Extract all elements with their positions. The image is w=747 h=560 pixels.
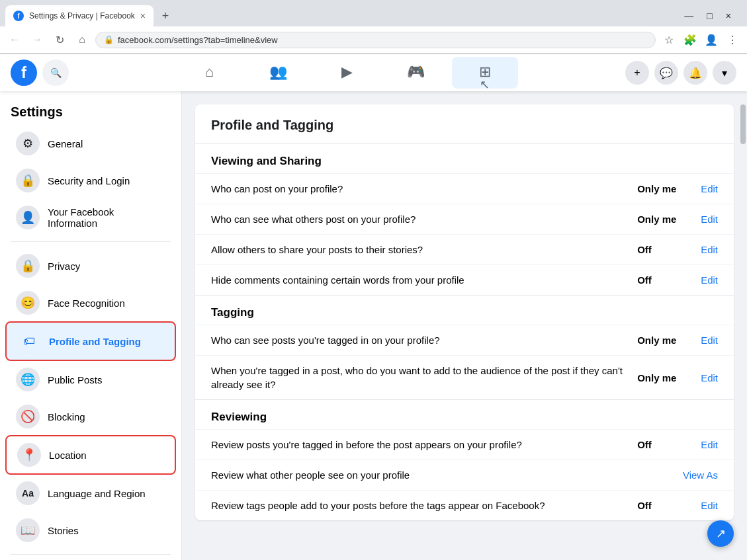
sidebar-item-privacy[interactable]: 🔒 Privacy <box>5 247 176 284</box>
fab-icon: ↗ <box>716 526 726 541</box>
section-header-reviewing: Reviewing <box>195 400 734 429</box>
row-value-hide-comments: Off <box>637 274 690 286</box>
edit-review-tags[interactable]: Edit <box>701 500 718 511</box>
facebook-nav: f 🔍 ⌂ 👥 ▶ 🎮 ⊞ ↖ + 💬 🔔 ▾ <box>0 54 747 91</box>
sidebar-label-fb-info: Your Facebook Information <box>48 206 165 229</box>
view-as-button[interactable]: View As <box>683 469 718 481</box>
row-value-review-tagged: Off <box>637 439 690 450</box>
tab-title: Settings & Privacy | Facebook <box>29 11 135 20</box>
browser-tabs: f Settings & Privacy | Facebook × + — □ … <box>0 0 747 26</box>
tab-favicon: f <box>13 11 24 21</box>
edit-who-can-see-others[interactable]: Edit <box>701 214 718 225</box>
edit-allow-share[interactable]: Edit <box>701 244 718 255</box>
create-button[interactable]: + <box>625 61 649 85</box>
browser-chrome: f Settings & Privacy | Facebook × + — □ … <box>0 0 747 54</box>
row-view-as: Review what other people see on your pro… <box>195 460 734 490</box>
sidebar-item-fb-info[interactable]: 👤 Your Facebook Information <box>5 199 176 236</box>
row-label-who-can-see-others: Who can see what others post on your pro… <box>211 212 637 226</box>
bookmark-button[interactable]: ☆ <box>660 30 678 49</box>
scrollbar-track <box>740 104 746 560</box>
menu-button[interactable]: ⋮ <box>723 30 742 49</box>
browser-actions: ☆ 🧩 👤 ⋮ <box>660 30 742 49</box>
minimize-button[interactable]: — <box>679 8 699 24</box>
stories-icon: 📖 <box>16 518 40 542</box>
sidebar-item-location[interactable]: 📍 Location <box>5 435 176 475</box>
fb-nav-actions: + 💬 🔔 ▾ <box>625 61 736 85</box>
row-review-tagged-posts: Review posts you're tagged in before the… <box>195 429 734 460</box>
close-button[interactable]: × <box>721 8 736 24</box>
section-header-viewing: Viewing and Sharing <box>195 144 734 173</box>
edit-hide-comments[interactable]: Edit <box>701 274 718 286</box>
sidebar-label-stories: Stories <box>48 525 79 536</box>
row-who-can-post: Who can post on your profile? Only me Ed… <box>195 173 734 204</box>
nav-friends[interactable]: 👥 <box>245 57 312 89</box>
row-value-who-can-post: Only me <box>637 183 690 194</box>
blocking-icon: 🚫 <box>16 405 40 428</box>
sidebar-label-blocking: Blocking <box>48 411 85 422</box>
edit-review-tagged[interactable]: Edit <box>701 439 718 450</box>
extensions-button[interactable]: 🧩 <box>681 30 699 49</box>
home-icon: ⌂ <box>205 63 214 81</box>
edit-tagged-audience[interactable]: Edit <box>701 372 718 383</box>
sidebar-item-public-posts[interactable]: 🌐 Public Posts <box>5 361 176 398</box>
sidebar-item-general[interactable]: ⚙ General <box>5 125 176 162</box>
back-button[interactable]: ← <box>5 30 24 49</box>
notifications-button[interactable]: 🔔 <box>683 61 707 85</box>
maximize-button[interactable]: □ <box>701 8 717 24</box>
row-label-review-tagged: Review posts you're tagged in before the… <box>211 438 637 452</box>
row-label-tagged-audience: When you're tagged in a post, who do you… <box>211 364 637 391</box>
lock-icon: 🔒 <box>104 35 114 44</box>
row-label-view-as: Review what other people see on your pro… <box>211 468 619 482</box>
main-layout: Settings ⚙ General 🔒 Security and Login … <box>0 91 747 560</box>
nav-watch[interactable]: ▶ <box>314 57 380 89</box>
scrollbar[interactable] <box>739 91 747 560</box>
address-bar[interactable]: 🔒 facebook.com/settings?tab=timeline&vie… <box>95 32 656 48</box>
sidebar-label-location: Location <box>49 450 87 461</box>
row-label-who-can-post: Who can post on your profile? <box>211 182 637 196</box>
account-menu-button[interactable]: ▾ <box>713 61 736 85</box>
sidebar-item-profile-tagging[interactable]: 🏷 Profile and Tagging <box>5 321 176 361</box>
profile-button[interactable]: 👤 <box>702 30 721 49</box>
sidebar-item-blocking[interactable]: 🚫 Blocking <box>5 398 176 435</box>
fb-search-button[interactable]: 🔍 <box>42 60 69 86</box>
sidebar-label-face: Face Recognition <box>48 298 125 309</box>
reload-button[interactable]: ↻ <box>50 30 69 49</box>
row-value-who-can-see-others: Only me <box>637 214 690 225</box>
nav-gaming[interactable]: 🎮 <box>383 57 449 89</box>
friends-icon: 👥 <box>269 63 287 81</box>
active-tab[interactable]: f Settings & Privacy | Facebook × <box>5 5 154 26</box>
fb-info-icon: 👤 <box>16 206 40 229</box>
browser-controls: ← → ↻ ⌂ 🔒 facebook.com/settings?tab=time… <box>0 26 747 54</box>
scrollbar-thumb[interactable] <box>740 104 746 144</box>
nav-home[interactable]: ⌂ <box>177 57 243 89</box>
new-tab-button[interactable]: + <box>156 7 175 25</box>
forward-button[interactable]: → <box>28 30 46 49</box>
sidebar-item-security[interactable]: 🔒 Security and Login <box>5 162 176 199</box>
section-tagging: Tagging Who can see posts you're tagged … <box>195 296 734 400</box>
tab-close-button[interactable]: × <box>140 11 146 21</box>
messenger-button[interactable]: 💬 <box>654 61 678 85</box>
home-button[interactable]: ⌂ <box>73 30 91 49</box>
edit-who-see-tagged[interactable]: Edit <box>701 335 718 346</box>
row-who-can-see-others: Who can see what others post on your pro… <box>195 204 734 234</box>
fb-nav-center: ⌂ 👥 ▶ 🎮 ⊞ ↖ <box>69 57 625 89</box>
row-tagged-audience: When you're tagged in a post, who do you… <box>195 355 734 399</box>
sidebar-item-face[interactable]: 😊 Face Recognition <box>5 284 176 321</box>
location-icon: 📍 <box>17 443 41 467</box>
row-label-who-see-tagged: Who can see posts you're tagged in on yo… <box>211 333 637 347</box>
nav-pages[interactable]: ⊞ ↖ <box>452 57 518 89</box>
edit-who-can-post[interactable]: Edit <box>701 183 718 194</box>
sidebar-title: Settings <box>0 97 181 125</box>
row-label-allow-share: Allow others to share your posts to thei… <box>211 243 637 257</box>
fb-logo[interactable]: f <box>11 60 37 86</box>
sidebar-item-language[interactable]: Aa Language and Region <box>5 475 176 512</box>
fab-button[interactable]: ↗ <box>707 520 734 547</box>
sidebar-item-stories[interactable]: 📖 Stories <box>5 512 176 549</box>
privacy-icon: 🔒 <box>16 254 40 278</box>
row-allow-share-stories: Allow others to share your posts to thei… <box>195 234 734 264</box>
sidebar-divider-2 <box>11 554 171 555</box>
sidebar: Settings ⚙ General 🔒 Security and Login … <box>0 91 182 560</box>
profile-tagging-icon: 🏷 <box>17 329 41 353</box>
content-area: Profile and Tagging Viewing and Sharing … <box>182 91 747 560</box>
section-reviewing: Reviewing Review posts you're tagged in … <box>195 400 734 520</box>
